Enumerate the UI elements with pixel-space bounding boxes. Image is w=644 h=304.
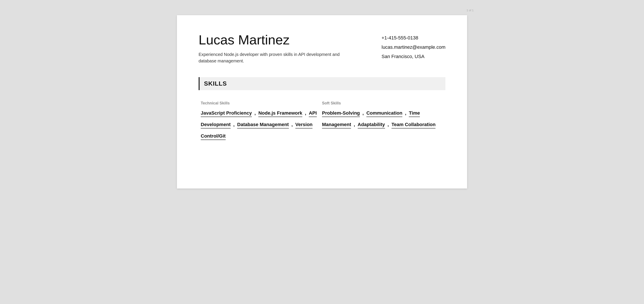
skill-sep-3: , xyxy=(233,122,234,127)
skills-grid: Technical Skills JavaScript Proficiency … xyxy=(198,97,446,147)
soft-skills-list: Problem-Solving , Communication , Time M… xyxy=(322,110,443,133)
header-section: Lucas Martinez Experienced Node.js devel… xyxy=(198,33,446,64)
page-number: 1 of 1 xyxy=(466,9,474,12)
skill-management: Management xyxy=(322,122,351,129)
skill-sep-1: , xyxy=(254,110,256,116)
skills-section-title: SKILLS xyxy=(204,80,227,87)
skill-communication: Communication xyxy=(366,110,402,117)
skill-javascript: JavaScript Proficiency xyxy=(201,110,252,117)
candidate-name: Lucas Martinez xyxy=(198,33,346,47)
soft-sep-2: , xyxy=(405,110,406,116)
skills-section: SKILLS Technical Skills JavaScript Profi… xyxy=(198,77,446,147)
skill-nodejs: Node.js Framework xyxy=(258,110,302,117)
resume-page: Lucas Martinez Experienced Node.js devel… xyxy=(177,15,467,188)
skill-sep-4: , xyxy=(292,122,293,127)
technical-skills-label: Technical Skills xyxy=(201,101,322,106)
page-container: 1 of 1 Lucas Martinez Experienced Node.j… xyxy=(170,9,474,188)
soft-sep-1: , xyxy=(362,110,364,116)
skill-adaptability: Adaptability xyxy=(358,122,385,129)
skill-team-collaboration: Team Collaboration xyxy=(392,122,436,129)
skill-git: Control/Git xyxy=(201,133,226,140)
candidate-summary: Experienced Node.js developer with prove… xyxy=(198,51,346,64)
skill-problem-solving: Problem-Solving xyxy=(322,110,360,117)
header-left: Lucas Martinez Experienced Node.js devel… xyxy=(198,33,346,64)
skill-database: Database Management xyxy=(237,122,289,129)
soft-skills-label: Soft Skills xyxy=(322,101,443,106)
technical-skills-column: Technical Skills JavaScript Proficiency … xyxy=(201,101,322,145)
soft-sep-3: , xyxy=(354,122,355,127)
skill-development: Development xyxy=(201,122,230,129)
contact-location: San Francisco, USA xyxy=(382,53,446,60)
contact-email: lucas.martinez@example.com xyxy=(382,44,446,51)
skill-time: Time xyxy=(409,110,420,117)
skill-sep-2: , xyxy=(305,110,306,116)
header-right: +1-415-555-0138 lucas.martinez@example.c… xyxy=(382,33,446,62)
soft-skills-column: Soft Skills Problem-Solving , Communicat… xyxy=(322,101,443,145)
technical-skills-list: JavaScript Proficiency , Node.js Framewo… xyxy=(201,110,322,145)
soft-sep-4: , xyxy=(388,122,389,127)
contact-phone: +1-415-555-0138 xyxy=(382,35,446,41)
skill-version: Version xyxy=(295,122,312,129)
skill-api: API xyxy=(309,110,317,117)
skills-section-header: SKILLS xyxy=(198,77,446,90)
